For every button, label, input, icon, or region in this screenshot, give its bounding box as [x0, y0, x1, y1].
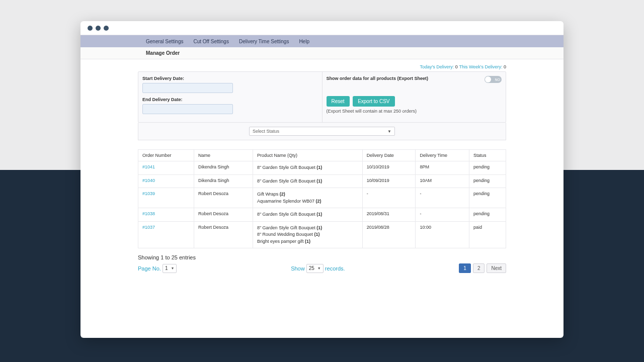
- order-number-link[interactable]: #1038: [142, 211, 155, 216]
- todays-delivery-link[interactable]: Today's Delivery:: [420, 64, 454, 69]
- status-select-placeholder: Select Status: [253, 129, 279, 134]
- delivery-summary: Today's Delivery: 0 This Week's Delivery…: [138, 64, 506, 69]
- window-dot: [96, 26, 101, 31]
- product-cell: 8" Garden Style Gift Bouquet (1): [253, 174, 362, 188]
- delivery-time: -: [416, 208, 469, 222]
- start-date-label: Start Delivery Date:: [142, 76, 318, 81]
- delivery-time: 10AM: [416, 174, 469, 188]
- page-no-select[interactable]: 1 ▼: [163, 264, 177, 273]
- status-select[interactable]: Select Status ▼: [249, 127, 395, 136]
- page-title: Manage Order: [80, 47, 564, 59]
- chevron-down-icon: ▼: [317, 266, 321, 270]
- page-title-text: Manage Order: [146, 50, 180, 56]
- order-number-link[interactable]: #1037: [142, 225, 155, 230]
- column-header: Name: [194, 150, 253, 161]
- status: pending: [469, 208, 506, 222]
- window-dot: [88, 26, 93, 31]
- show-records-value: 25: [309, 265, 314, 271]
- table-row: #1041Dikendra Singh8" Garden Style Gift …: [138, 161, 506, 175]
- records-label: records.: [325, 265, 345, 271]
- showing-entries: Showing 1 to 25 entries: [138, 254, 506, 260]
- delivery-date: 10/10/2019: [362, 161, 416, 175]
- show-all-products-label: Show order data for all products (Export…: [327, 76, 429, 81]
- customer-name: Dikendra Singh: [194, 174, 253, 188]
- nav-item[interactable]: General Settings: [141, 39, 189, 44]
- chevron-down-icon: ▼: [387, 129, 391, 134]
- window-dot: [104, 26, 109, 31]
- end-date-input[interactable]: [142, 104, 233, 114]
- reset-button[interactable]: Reset: [327, 96, 350, 107]
- status: pending: [469, 161, 506, 175]
- table-row: #1038Robert Desoza8" Garden Style Gift B…: [138, 208, 506, 222]
- status: pending: [469, 188, 506, 208]
- filter-panel: Start Delivery Date: End Delivery Date: …: [138, 71, 506, 123]
- product-cell: 8" Garden Style Gift Bouquet (1): [253, 208, 362, 222]
- nav-item[interactable]: Help: [294, 39, 314, 44]
- next-button[interactable]: Next: [487, 263, 506, 273]
- start-date-input[interactable]: [142, 83, 233, 93]
- delivery-time: -: [416, 188, 469, 208]
- window-titlebar: [80, 21, 564, 35]
- end-date-label: End Delivery Date:: [142, 97, 318, 102]
- show-all-products-toggle[interactable]: NO: [485, 76, 502, 83]
- column-header: Order Number: [138, 150, 194, 161]
- page-button[interactable]: 2: [473, 263, 485, 273]
- product-cell: 8" Garden Style Gift Bouquet (1): [253, 161, 362, 175]
- delivery-date: 2019/08/31: [362, 208, 416, 222]
- chevron-down-icon: ▼: [171, 266, 175, 270]
- order-number-link[interactable]: #1039: [142, 191, 155, 196]
- page-no-value: 1: [165, 265, 168, 271]
- orders-table: Order NumberNameProduct Name (Qty)Delive…: [138, 149, 506, 248]
- customer-name: Robert Desoza: [194, 221, 253, 248]
- weeks-delivery-link[interactable]: This Week's Delivery:: [459, 64, 502, 69]
- delivery-time: 10:00: [416, 221, 469, 248]
- delivery-time: 8PM: [416, 161, 469, 175]
- export-csv-button[interactable]: Export to CSV: [353, 96, 394, 107]
- status: paid: [469, 221, 506, 248]
- status: pending: [469, 174, 506, 188]
- delivery-date: 2019/08/28: [362, 221, 416, 248]
- nav-item[interactable]: Cut Off Settings: [189, 39, 234, 44]
- order-number-link[interactable]: #1040: [142, 178, 155, 183]
- column-header: Status: [469, 150, 506, 161]
- delivery-date: 10/09/2019: [362, 174, 416, 188]
- table-row: #1039Robert DesozaGift Wraps (2)Aquamari…: [138, 188, 506, 208]
- toggle-text: NO: [495, 78, 501, 81]
- main-nav: General SettingsCut Off SettingsDelivery…: [80, 35, 564, 47]
- app-window: General SettingsCut Off SettingsDelivery…: [80, 21, 564, 338]
- column-header: Delivery Date: [362, 150, 416, 161]
- show-records-select[interactable]: 25 ▼: [306, 264, 324, 273]
- order-number-link[interactable]: #1041: [142, 164, 155, 169]
- export-hint: (Export Sheet will contain at max 250 or…: [327, 109, 502, 114]
- delivery-date: -: [362, 188, 416, 208]
- nav-item[interactable]: Delivery Time Settings: [234, 39, 294, 44]
- page-no-label: Page No.: [138, 265, 161, 271]
- customer-name: Dikendra Singh: [194, 161, 253, 175]
- customer-name: Robert Desoza: [194, 188, 253, 208]
- customer-name: Robert Desoza: [194, 208, 253, 222]
- column-header: Product Name (Qty): [253, 150, 362, 161]
- product-cell: 8" Garden Style Gift Bouquet (1)8" Round…: [253, 221, 362, 248]
- show-label: Show: [291, 265, 305, 271]
- page-button[interactable]: 1: [459, 263, 471, 273]
- table-row: #1037Robert Desoza8" Garden Style Gift B…: [138, 221, 506, 248]
- pagination: 12Next: [459, 263, 506, 273]
- column-header: Delivery Time: [416, 150, 469, 161]
- weeks-delivery-count: 0: [504, 64, 506, 69]
- product-cell: Gift Wraps (2)Aquamarine Splendor WB07 (…: [253, 188, 362, 208]
- status-filter-row: Select Status ▼: [138, 123, 506, 140]
- table-row: #1040Dikendra Singh8" Garden Style Gift …: [138, 174, 506, 188]
